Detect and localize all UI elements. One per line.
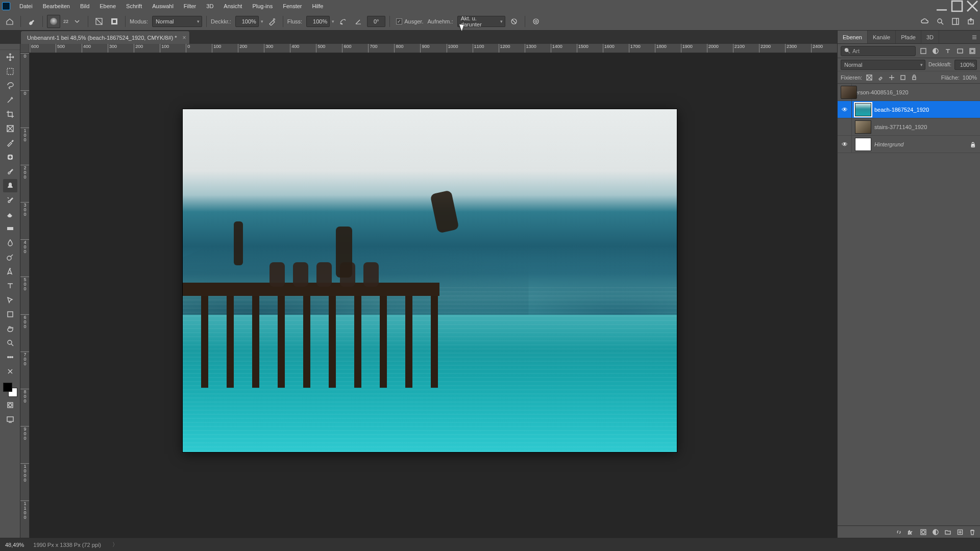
mask-icon[interactable] — [918, 527, 929, 538]
document-tab[interactable]: Unbenannt-1 bei 48,5% (beach-1867524_192… — [20, 31, 190, 44]
layer-row[interactable]: Hintergrund — [838, 136, 980, 153]
move-tool[interactable] — [3, 51, 17, 64]
document-canvas[interactable] — [183, 109, 677, 452]
layer-filter-select[interactable]: Art — [841, 46, 916, 56]
eraser-tool[interactable] — [3, 208, 17, 221]
marquee-tool[interactable] — [3, 65, 17, 78]
lock-paint-icon[interactable] — [876, 73, 885, 82]
lock-all-icon[interactable] — [910, 73, 918, 82]
minimize-button[interactable] — [934, 0, 949, 12]
filter-pixel-icon[interactable] — [919, 46, 928, 56]
maximize-button[interactable] — [949, 0, 965, 12]
zoom-tool[interactable] — [3, 336, 17, 349]
panel-tab-kanäle[interactable]: Kanäle — [868, 31, 896, 43]
crop-tool[interactable] — [3, 108, 17, 121]
pressure-size-icon[interactable] — [529, 15, 543, 28]
history-brush-tool[interactable] — [3, 193, 17, 207]
more-tools-icon[interactable] — [3, 350, 17, 364]
menu-bild[interactable]: Bild — [75, 0, 94, 12]
gradient-tool[interactable] — [3, 222, 17, 235]
panel-tab-3d[interactable]: 3D — [921, 31, 939, 43]
search-icon[interactable] — [934, 15, 946, 28]
clone-stamp-tool[interactable] — [3, 179, 17, 192]
layer-visibility-toggle[interactable] — [838, 136, 852, 153]
layer-visibility-toggle[interactable] — [838, 101, 852, 118]
color-swatches[interactable] — [2, 382, 18, 398]
trash-icon[interactable] — [967, 527, 978, 538]
lasso-tool[interactable] — [3, 79, 17, 92]
menu-bearbeiten[interactable]: Bearbeiten — [38, 0, 75, 12]
flow-input[interactable]: 100% — [306, 16, 330, 27]
menu-datei[interactable]: Datei — [14, 0, 38, 12]
menu-3d[interactable]: 3D — [201, 0, 218, 12]
fill-panel-input[interactable]: 100% — [963, 74, 977, 81]
pen-tool[interactable] — [3, 265, 17, 278]
aligned-checkbox[interactable]: Ausger. — [394, 14, 425, 29]
brush-dropdown-icon[interactable] — [70, 15, 84, 28]
layer-row[interactable]: stairs-3771140_1920 — [838, 118, 980, 136]
menu-ansicht[interactable]: Ansicht — [218, 0, 247, 12]
status-zoom[interactable]: 48,49% — [5, 542, 24, 548]
opacity-panel-input[interactable]: 100% — [954, 60, 977, 70]
menu-plug-ins[interactable]: Plug-ins — [247, 0, 278, 12]
tool-preset-icon[interactable] — [25, 15, 38, 28]
panel-menu-icon[interactable] — [969, 31, 980, 43]
dodge-tool[interactable] — [3, 251, 17, 264]
sample-select[interactable]: Akt. u. darunter — [457, 16, 505, 27]
brush-preset-picker[interactable] — [47, 15, 60, 28]
layer-thumbnail[interactable] — [841, 86, 857, 99]
opacity-input[interactable]: 100% — [235, 16, 259, 27]
layer-visibility-toggle[interactable] — [838, 118, 852, 135]
brush-settings-icon[interactable] — [92, 15, 106, 28]
quick-mask-icon[interactable] — [3, 398, 17, 412]
tab-close-icon[interactable]: × — [183, 34, 186, 41]
layer-name[interactable]: person-4008516_1920 — [852, 89, 980, 95]
healing-brush-tool[interactable] — [3, 151, 17, 164]
layer-row[interactable]: person-4008516_1920 — [838, 84, 980, 101]
menu-ebene[interactable]: Ebene — [94, 0, 121, 12]
status-arrow-icon[interactable]: 〉 — [112, 541, 118, 548]
filter-shape-icon[interactable] — [955, 46, 965, 56]
link-layers-icon[interactable] — [893, 527, 904, 538]
opacity-pressure-icon[interactable] — [265, 15, 279, 28]
home-icon[interactable] — [3, 15, 16, 28]
eyedropper-tool[interactable] — [3, 136, 17, 149]
adjustment-layer-icon[interactable] — [930, 527, 941, 538]
panel-tab-ebenen[interactable]: Ebenen — [838, 31, 868, 43]
brush-panel-icon[interactable] — [108, 15, 121, 28]
workspace-icon[interactable] — [949, 15, 962, 28]
mode-select[interactable]: Normal — [152, 16, 202, 27]
filter-type-icon[interactable] — [943, 46, 952, 56]
blur-tool[interactable] — [3, 236, 17, 249]
ignore-adjustment-icon[interactable] — [507, 15, 521, 28]
menu-schrift[interactable]: Schrift — [121, 0, 147, 12]
layer-name[interactable]: beach-1867524_1920 — [874, 107, 980, 113]
layer-thumbnail[interactable] — [855, 138, 871, 151]
edit-toolbar-icon[interactable] — [3, 365, 17, 378]
angle-input[interactable]: 0° — [367, 16, 385, 27]
lock-artboard-icon[interactable] — [899, 73, 907, 82]
shape-tool[interactable] — [3, 308, 17, 321]
menu-fenster[interactable]: Fenster — [278, 0, 307, 12]
filter-smart-icon[interactable] — [968, 46, 977, 56]
screen-mode-icon[interactable] — [3, 413, 17, 426]
close-button[interactable] — [965, 0, 980, 12]
cloud-docs-icon[interactable] — [919, 15, 931, 28]
blend-mode-select[interactable]: Normal — [841, 60, 925, 70]
foreground-color-swatch[interactable] — [3, 383, 12, 392]
airbrush-icon[interactable] — [336, 15, 350, 28]
lock-position-icon[interactable] — [888, 73, 896, 82]
path-selection-tool[interactable] — [3, 293, 17, 307]
menu-filter[interactable]: Filter — [179, 0, 201, 12]
layer-row[interactable]: beach-1867524_1920 — [838, 101, 980, 118]
panel-tab-pfade[interactable]: Pfade — [896, 31, 921, 43]
brush-tool[interactable] — [3, 165, 17, 178]
layer-name[interactable]: stairs-3771140_1920 — [874, 124, 980, 130]
fx-icon[interactable]: fx — [905, 527, 917, 538]
hand-tool[interactable] — [3, 322, 17, 335]
type-tool[interactable] — [3, 279, 17, 292]
layer-thumbnail[interactable] — [855, 103, 871, 116]
frame-tool[interactable] — [3, 122, 17, 135]
layer-name[interactable]: Hintergrund — [874, 141, 970, 147]
menu-auswahl[interactable]: Auswahl — [147, 0, 179, 12]
